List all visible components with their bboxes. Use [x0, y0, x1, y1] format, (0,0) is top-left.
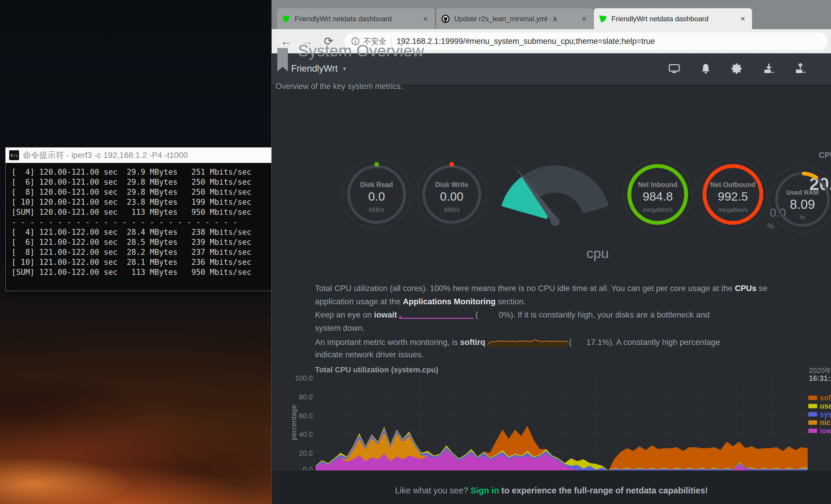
cpu-description-line: system down.	[315, 323, 831, 335]
section-title: System Overview	[298, 41, 424, 60]
terminal-line: [SUM] 121.00-122.00 sec 113 MBytes 950 M…	[11, 267, 271, 277]
netdata-favicon	[599, 14, 607, 23]
y-tick: 20.0	[283, 449, 313, 457]
print-dashboard-button[interactable]	[658, 53, 690, 84]
terminal-line: [ 10] 121.00-122.00 sec 28.1 MBytes 236 …	[11, 257, 271, 267]
terminal-line: [ 10] 120.00-121.00 sec 23.8 MBytes 199 …	[11, 197, 271, 207]
tab-separator	[435, 12, 436, 25]
tab-close-icon[interactable]: ×	[580, 14, 589, 24]
tab-strip: FriendlyWrt netdata dashboard × Update r…	[272, 0, 831, 29]
gauge-disk-read[interactable]: Disk Read 0.0 MiB/s	[342, 160, 411, 229]
cpu-description-line: application usage at the Applications Mo…	[315, 297, 831, 309]
tab-title: FriendlyWrt netdata dashboard	[611, 15, 734, 23]
gauge-cpu[interactable]	[495, 144, 615, 236]
cpu-chart[interactable]	[316, 378, 808, 470]
terminal-output: [ 4] 120.00-121.00 sec 29.9 MBytes 251 M…	[6, 163, 271, 291]
export-snapshot-button[interactable]	[784, 53, 816, 84]
tab-github[interactable]: Update r2s_lean_minimal.yml · k ×	[436, 8, 593, 29]
gear-icon	[732, 63, 743, 75]
y-tick: 60.0	[283, 412, 313, 420]
tab-close-icon[interactable]: ×	[421, 14, 430, 24]
signin-link[interactable]: Sign in	[470, 486, 499, 495]
terminal-line: [SUM] 120.00-121.00 sec 113 MBytes 950 M…	[11, 207, 271, 217]
gauge-value: 992.5	[698, 190, 768, 204]
legend-item-nice[interactable]: nice	[808, 419, 831, 426]
gauge-unit: %	[773, 214, 831, 221]
gauge-label: Net Outbound	[698, 181, 768, 189]
gauge-value: 8.09	[773, 197, 831, 212]
gauge-label: Net Inbound	[623, 181, 692, 189]
cpu-description-line: An important metric worth monitoring, is…	[315, 337, 831, 349]
chart-title: Total CPU utilization (system.cpu)	[315, 365, 438, 375]
github-icon	[441, 14, 450, 23]
gauge-value: 0.0	[342, 190, 411, 204]
netdata-favicon	[282, 14, 291, 23]
tab-title: FriendlyWrt netdata dashboard	[295, 15, 417, 23]
gauge-net-outbound[interactable]: Net Outbound 992.5 megabits/s	[698, 160, 768, 229]
gauge-net-inbound[interactable]: Net Inbound 984.8 megabits/s	[623, 160, 692, 229]
legend-item-iowait[interactable]: iowait	[808, 427, 831, 434]
upload-icon	[795, 63, 806, 75]
terminal-line: [ 8] 120.00-121.00 sec 29.8 MBytes 250 M…	[11, 187, 271, 197]
cpus-link[interactable]: CPUs	[735, 284, 756, 293]
gauge-label: CPU	[812, 151, 831, 160]
gauge-label: Used RAM	[773, 189, 831, 197]
gauge-value: 984.8	[623, 190, 692, 204]
terminal-line: - - - - - - - - - - - - - - - - - - - - …	[11, 217, 271, 227]
legend-item-system[interactable]: system	[808, 411, 831, 418]
tab-friendlywrt-2-active[interactable]: FriendlyWrt netdata dashboard ×	[594, 8, 752, 29]
legend-label: softirq	[820, 393, 831, 402]
import-snapshot-button[interactable]	[753, 53, 784, 84]
alarms-button[interactable]	[690, 53, 721, 84]
cpu-description-line: indicate network driver issues.	[315, 350, 831, 362]
legend-label: user	[820, 402, 831, 410]
legend-item-user[interactable]: user	[808, 403, 831, 410]
legend-label: system	[820, 410, 831, 419]
tab-close-icon[interactable]: ×	[739, 14, 747, 24]
y-tick: 100.0	[283, 374, 313, 382]
tab-friendlywrt-1[interactable]: FriendlyWrt netdata dashboard ×	[277, 8, 435, 29]
softirq-sparkline	[488, 337, 568, 348]
screen: C:\ 命令提示符 - iperf3 -c 192.168.1.2 -P4 -t…	[0, 0, 831, 504]
settings-button[interactable]	[721, 53, 753, 84]
legend-item-softirq[interactable]: softirq	[808, 394, 831, 401]
legend-swatch	[808, 412, 817, 416]
legend-label: iowait	[820, 426, 831, 435]
tab-title: Update r2s_lean_minimal.yml · k	[454, 15, 575, 23]
gauge-label: Disk Read	[342, 181, 411, 189]
bookmark-icon	[277, 48, 288, 71]
terminal-line: [ 6] 121.00-122.00 sec 28.5 MBytes 239 M…	[11, 237, 271, 247]
cmd-icon: C:\	[9, 150, 19, 160]
legend-label: nice	[820, 418, 831, 427]
legend-swatch	[808, 395, 817, 400]
gauge-used-ram[interactable]: Used RAM 8.09 %	[773, 170, 831, 229]
gauge-unit: MiB/s	[342, 206, 411, 213]
gauge-unit: MiB/s	[417, 206, 487, 213]
chevron-down-icon: ▾	[343, 65, 346, 72]
terminal-title: 命令提示符 - iperf3 -c 192.168.1.2 -P4 -t1000	[23, 150, 188, 161]
legend-swatch	[808, 404, 817, 408]
terminal-window[interactable]: C:\ 命令提示符 - iperf3 -c 192.168.1.2 -P4 -t…	[5, 147, 272, 291]
gauge-unit: megabits/s	[698, 206, 768, 213]
terminal-titlebar[interactable]: C:\ 命令提示符 - iperf3 -c 192.168.1.2 -P4 -t…	[6, 148, 271, 163]
applications-monitoring-link[interactable]: Applications Monitoring	[403, 297, 496, 306]
download-icon	[763, 63, 775, 75]
gauge-value-dot	[449, 162, 454, 167]
terminal-line: [ 8] 121.00-122.00 sec 28.2 MBytes 237 M…	[11, 247, 271, 257]
y-tick: 80.0	[283, 393, 313, 401]
gauge-value: 0.00	[417, 190, 487, 204]
cpu-description-line: Total CPU utilization (all cores). 100% …	[315, 284, 831, 295]
gauge-disk-write[interactable]: Disk Write 0.00 MiB/s	[417, 160, 487, 229]
cpu-description-line: Keep an eye on iowait(0%). If it is cons…	[315, 310, 831, 322]
subsection-title: cpu	[586, 245, 609, 261]
terminal-line: [ 4] 120.00-121.00 sec 29.9 MBytes 251 M…	[11, 167, 271, 177]
gauge-unit: megabits/s	[623, 206, 692, 213]
back-button[interactable]: ←	[278, 33, 294, 49]
gauge-label: Disk Write	[417, 181, 487, 189]
help-button-cut[interactable]	[816, 53, 831, 84]
legend-swatch	[808, 428, 817, 433]
bell-icon	[700, 63, 712, 75]
url-text[interactable]: 192.168.2.1:19999/#menu_system_submenu_c…	[397, 37, 655, 46]
gauge-value-dot	[374, 162, 379, 167]
monitor-icon	[668, 63, 680, 75]
